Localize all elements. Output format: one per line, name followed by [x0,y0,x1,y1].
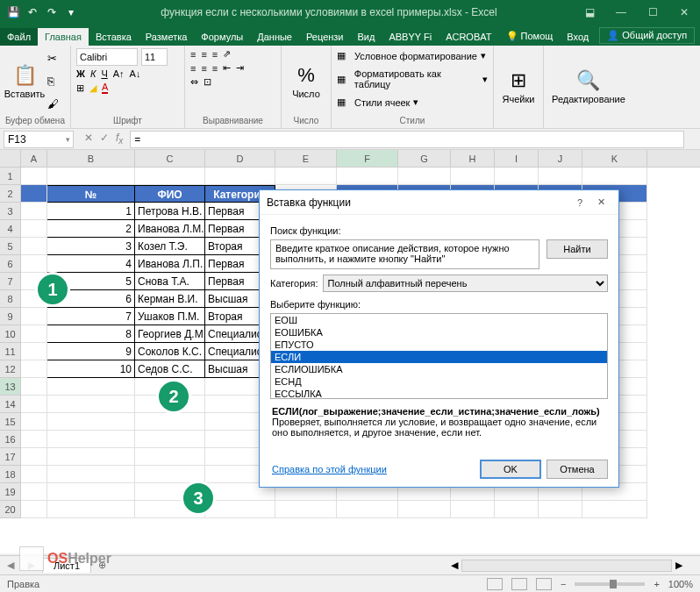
cell[interactable] [451,501,495,518]
cell[interactable]: ФИО [135,185,205,203]
row-header[interactable]: 2 [0,185,21,203]
dialog-close-icon[interactable]: ✕ [590,196,611,208]
copy-icon[interactable]: ⎘ [47,75,59,88]
ok-button[interactable]: OK [480,460,541,479]
cell[interactable]: 7 [47,308,135,325]
cell[interactable] [337,501,398,518]
cell[interactable] [47,413,135,431]
editing-button[interactable]: 🔍Редактирование [549,48,628,125]
zoom-slider[interactable] [575,582,645,586]
align-bot-icon[interactable]: ≡ [212,49,218,60]
search-description-input[interactable]: Введите краткое описание действия, котор… [270,239,539,269]
cell[interactable] [21,483,47,501]
cell[interactable] [21,255,47,273]
cell[interactable] [495,501,539,518]
row-header[interactable]: 14 [0,396,21,413]
category-select[interactable]: Полный алфавитный перечень [323,275,608,292]
column-header[interactable]: I [495,150,539,167]
select-all-button[interactable] [0,150,21,167]
cell[interactable] [47,466,135,483]
cell[interactable]: 2 [47,220,135,238]
qat-customize-icon[interactable]: ▾ [63,4,79,20]
row-header[interactable]: 8 [0,290,21,308]
hscroll-right-icon[interactable]: ▶ [675,560,682,571]
column-header[interactable]: K [582,150,647,167]
zoom-out-icon[interactable]: − [561,579,566,589]
font-name-select[interactable] [76,48,138,66]
align-right-icon[interactable]: ≡ [212,63,218,74]
tab-formulas[interactable]: Формулы [194,28,250,46]
borders-icon[interactable]: ⊞ [76,82,84,94]
cell[interactable]: 8 [47,325,135,343]
cell[interactable] [21,501,47,518]
row-header[interactable]: 11 [0,343,21,360]
cell[interactable] [21,220,47,238]
cell[interactable] [21,466,47,483]
cancel-formula-icon[interactable]: ✕ [84,132,93,146]
cell[interactable] [495,168,539,185]
bold-button[interactable]: Ж [76,68,85,79]
dialog-help-icon[interactable]: ? [569,197,590,208]
cell[interactable]: Керман В.И. [135,290,205,308]
help-link[interactable]: Справка по этой функции [270,459,389,480]
cell[interactable]: Козел Т.Э. [135,238,205,255]
italic-button[interactable]: К [90,68,96,79]
cell[interactable]: Снова Т.А. [135,273,205,290]
cell[interactable] [337,168,398,185]
cell[interactable]: 4 [47,255,135,273]
cell[interactable] [21,203,47,220]
tab-review[interactable]: Рецензи [299,28,351,46]
find-button[interactable]: Найти [546,239,608,259]
cell[interactable] [21,396,47,413]
minimize-icon[interactable]: — [605,0,637,25]
align-mid-icon[interactable]: ≡ [201,49,206,60]
cell[interactable]: Иванова Л.М. [135,220,205,238]
cell[interactable]: Соколов К.С. [135,343,205,360]
grow-font-icon[interactable]: A↑ [113,68,125,79]
column-header[interactable]: J [539,150,582,167]
row-header[interactable]: 7 [0,273,21,290]
tab-layout[interactable]: Разметка [139,28,195,46]
fill-color-icon[interactable]: ◢ [89,82,96,94]
row-header[interactable]: 5 [0,238,21,255]
function-list[interactable]: ЕОШЕОШИБКАЕПУСТОЕСЛИЕСЛИОШИБКАЕСНДЕССЫЛК… [270,313,608,399]
cell[interactable] [135,448,205,466]
tab-help[interactable]: 💡 Помощ [499,27,561,46]
align-center-icon[interactable]: ≡ [201,63,206,74]
column-header[interactable]: D [205,150,275,167]
row-header[interactable]: 12 [0,360,21,378]
cell-styles-button[interactable]: ▦Стили ячеек ▾ [337,95,488,110]
wrap-text-icon[interactable]: ⇔ [190,76,198,88]
cell[interactable] [539,501,582,518]
cell[interactable]: Петрова Н.В. [135,203,205,220]
cell[interactable]: 1 [47,203,135,220]
row-header[interactable]: 1 [0,168,21,185]
tab-insert[interactable]: Вставка [89,28,139,46]
cell[interactable] [21,360,47,378]
cell[interactable] [398,168,451,185]
cell[interactable] [47,431,135,448]
save-icon[interactable]: 💾 [5,4,21,20]
cell[interactable] [21,448,47,466]
indent-dec-icon[interactable]: ⇤ [223,62,231,74]
indent-inc-icon[interactable]: ⇥ [236,62,244,74]
cell[interactable]: Ушаков П.М. [135,308,205,325]
tab-abbyy[interactable]: ABBYY Fi [382,28,439,46]
row-header[interactable]: 9 [0,308,21,325]
tab-view[interactable]: Вид [351,28,382,46]
format-as-table-button[interactable]: ▦Форматировать как таблицу ▾ [337,67,488,91]
tab-home[interactable]: Главная [38,28,89,46]
cell[interactable] [21,413,47,431]
cell[interactable] [47,168,135,185]
row-header[interactable]: 17 [0,448,21,466]
horizontal-scrollbar[interactable] [461,560,672,572]
cell[interactable] [205,168,275,185]
function-list-item[interactable]: ЕСНД [271,375,607,388]
cell[interactable] [539,168,582,185]
cell[interactable] [21,431,47,448]
hscroll-left-icon[interactable]: ◀ [451,560,458,571]
row-header[interactable]: 16 [0,431,21,448]
function-list-item[interactable]: ЕССЫЛКА [271,388,607,399]
function-list-item[interactable]: ЕОШ [271,314,607,326]
fx-icon[interactable]: fx [116,132,123,146]
